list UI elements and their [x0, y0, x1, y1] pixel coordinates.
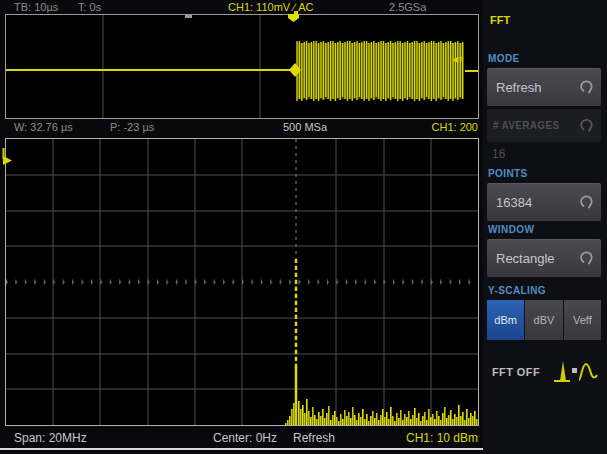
window-button[interactable]: Rectangle — [487, 239, 601, 277]
zoom-position-readout: P: -23 µs — [110, 121, 154, 133]
knob-icon — [579, 79, 594, 97]
mode-label: MODE — [488, 53, 520, 64]
trigger-source-readout: CH1: 110mV ∕ AC — [228, 1, 313, 13]
fft-trace — [6, 139, 478, 425]
points-label: POINTS — [488, 168, 528, 179]
points-button[interactable]: 16384 — [487, 183, 601, 221]
fft-reference-marker-icon[interactable] — [1, 148, 13, 166]
fft-grid — [5, 138, 479, 426]
mode-value: Refresh — [496, 80, 542, 95]
window-label: WINDOW — [488, 224, 534, 235]
sample-rate-readout: 2.5GSa — [389, 1, 426, 13]
trigger-time-marker: ◀T — [452, 55, 463, 64]
trigger-slope-icon: ∕ — [293, 1, 295, 13]
oscilloscope-screen: TB: 10µs T: 0s CH1: 110mV ∕ AC 2.5GSa ◀T… — [0, 0, 607, 454]
trigger-time-readout: T: 0s — [78, 1, 101, 13]
span-readout: Span: 20MHz — [14, 431, 87, 445]
panel-title: FFT — [490, 14, 510, 26]
yscale-dbm-button[interactable]: dBm — [487, 300, 524, 340]
zoom-sample-rate-readout: 500 MSa — [283, 121, 327, 133]
points-value: 16384 — [496, 195, 532, 210]
time-domain-trace — [6, 15, 478, 118]
channel-scale-readout: CH1: 200 — [432, 121, 478, 133]
y-scaling-segmented-control: dBm dBV Veff — [487, 300, 601, 340]
timebase-readout: TB: 10µs — [14, 1, 58, 13]
time-domain-grid — [5, 14, 479, 119]
zoom-window-tick — [185, 15, 192, 18]
knob-icon — [579, 117, 594, 134]
fft-off-label: FFT OFF — [492, 366, 540, 378]
knob-icon — [579, 194, 594, 212]
y-scaling-label: Y-SCALING — [488, 285, 546, 296]
center-readout: Center: 0Hz — [213, 431, 277, 445]
fft-off-button[interactable]: FFT OFF — [483, 352, 607, 394]
knob-icon — [579, 250, 594, 268]
fft-off-icon — [551, 355, 599, 393]
fft-mode-readout: Refresh — [293, 431, 335, 445]
window-value: Rectangle — [496, 251, 555, 266]
mode-button[interactable]: Refresh — [487, 68, 601, 106]
yscale-dbv-button[interactable]: dBV — [525, 300, 562, 340]
averages-value: 16 — [492, 147, 505, 161]
averages-label: # AVERAGES — [493, 120, 559, 131]
yscale-veff-button[interactable]: Veff — [564, 300, 601, 340]
fft-scale-readout: CH1: 10 dBm — [406, 431, 478, 445]
averages-button[interactable]: # AVERAGES — [487, 109, 601, 142]
zoom-width-readout: W: 32.76 µs — [14, 121, 73, 133]
fft-menu-panel: FFT MODE Refresh # AVERAGES 16 POINTS 16… — [483, 0, 607, 454]
